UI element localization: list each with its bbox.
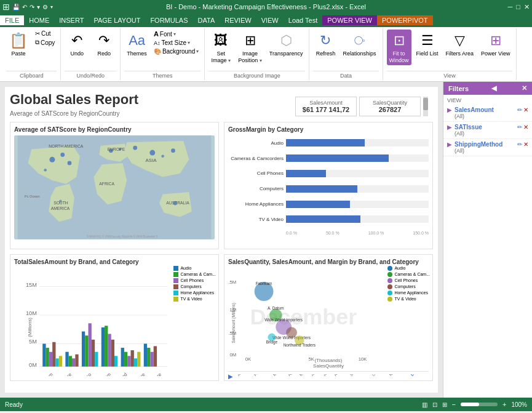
image-position-label: ImagePosition ▾ xyxy=(238,50,262,64)
col-6-2 xyxy=(147,348,150,367)
filter-sales-clear[interactable]: ✕ xyxy=(523,106,528,113)
month-may[interactable]: May xyxy=(299,374,306,377)
col-adv-cell xyxy=(72,358,75,366)
menu-load-test[interactable]: Load Test xyxy=(284,15,323,25)
redo-button[interactable]: ↷ Redo xyxy=(92,30,116,58)
kpi-scrollbar-thumb[interactable] xyxy=(423,98,428,110)
legend-computers-label: Computers xyxy=(180,284,201,289)
filter-sales-amount[interactable]: ▶ SalesAmount ✏ ✕ (All) xyxy=(443,105,532,122)
filters-close-button[interactable]: ✕ xyxy=(522,84,527,92)
close-button[interactable]: ✕ xyxy=(524,3,530,11)
copy-button[interactable]: ⧉ Copy xyxy=(33,38,57,47)
month-jul[interactable]: July xyxy=(322,374,330,377)
filter-sales-collapse[interactable]: ▶ xyxy=(447,106,452,113)
status-ready: Ready xyxy=(5,401,23,408)
filters-collapse-button[interactable]: ◀ xyxy=(491,84,496,92)
bleg-cameras-dot xyxy=(387,272,392,277)
undo-button[interactable]: ↶ Undo xyxy=(65,30,89,58)
excel-icon: ⊞ xyxy=(2,2,10,12)
background-label: Background xyxy=(162,48,195,55)
bleg-home-label: Home Appliances xyxy=(394,291,427,295)
menu-home[interactable]: HOME xyxy=(24,15,54,25)
bar-container-computers xyxy=(286,185,429,193)
text-size-button[interactable]: A↕ Text Size ▾ xyxy=(152,39,200,47)
filter-sales-edit[interactable]: ✏ xyxy=(517,106,522,113)
customize-quick-access[interactable]: ▾ xyxy=(37,4,40,10)
month-apr[interactable]: April xyxy=(287,374,295,377)
bleg-cell-dot xyxy=(387,278,392,283)
label-ww1: Wide World Importers xyxy=(264,318,303,323)
month-nov[interactable]: November xyxy=(389,374,403,377)
month-jan[interactable]: January xyxy=(236,374,248,377)
cut-button[interactable]: ✂ Cut xyxy=(33,30,57,38)
month-mar[interactable]: March xyxy=(272,374,282,377)
menu-insert[interactable]: INSERT xyxy=(54,15,89,25)
themes-button[interactable]: Aa Themes xyxy=(124,30,149,58)
quick-access-undo[interactable]: ↶ xyxy=(22,4,27,10)
month-sep[interactable]: September xyxy=(349,374,365,377)
col-con-home xyxy=(95,351,98,366)
quick-access-redo[interactable]: ↷ xyxy=(30,4,34,10)
menu-formulas[interactable]: FORMULAS xyxy=(145,15,193,25)
minimize-button[interactable]: ─ xyxy=(508,3,513,11)
refresh-button[interactable]: ↻ Refresh xyxy=(313,30,338,58)
transparency-button[interactable]: ⬡ Transparency xyxy=(267,30,306,58)
month-dec[interactable]: December xyxy=(410,374,426,377)
field-list-button[interactable]: ☰ Field List xyxy=(414,30,441,58)
filter-sat-collapse[interactable]: ▶ xyxy=(447,124,452,130)
bar-chart-area: Audio Cameras & Camcorders xyxy=(228,135,429,239)
status-zoom-in[interactable]: + xyxy=(502,401,506,408)
status-view-normal[interactable]: ▥ xyxy=(422,401,427,408)
month-aug[interactable]: August xyxy=(333,374,344,377)
menu-view[interactable]: VIEW xyxy=(256,15,284,25)
paste-label: Paste xyxy=(11,50,25,57)
filter-shipping[interactable]: ▶ ShippingMethod ✏ ✕ (All) xyxy=(443,139,532,156)
bleg-cameras-label: Cameras & Cam... xyxy=(394,272,430,276)
filter-sales-actions: ✏ ✕ xyxy=(517,106,528,113)
maximize-button[interactable]: □ xyxy=(516,3,520,11)
filter-shipping-collapse[interactable]: ▶ xyxy=(447,141,452,148)
menu-power-view[interactable]: POWER VIEW xyxy=(322,15,377,25)
bar-axis-0: 0.0 % xyxy=(286,231,297,235)
filter-sat-clear[interactable]: ✕ xyxy=(523,124,528,130)
filters-area-button[interactable]: ▽ Filters Area xyxy=(443,30,477,58)
menu-data[interactable]: DATA xyxy=(193,15,220,25)
menu-review[interactable]: REVIEW xyxy=(220,15,256,25)
bar-fill-cameras xyxy=(286,154,389,162)
background-chevron: ▾ xyxy=(196,49,199,54)
font-button[interactable]: A Font ▾ xyxy=(152,30,200,38)
filter-shipping-clear[interactable]: ✕ xyxy=(523,141,528,148)
power-view-button[interactable]: ⊞ Power View xyxy=(478,30,512,58)
menu-file[interactable]: FILE xyxy=(0,15,24,25)
macro-dropdown[interactable]: ▾ xyxy=(50,4,53,10)
col-con-computers xyxy=(92,339,95,366)
set-image-button[interactable]: 🖼 SetImage ▾ xyxy=(208,30,233,65)
month-jun[interactable]: June xyxy=(310,374,318,377)
undo-content: ↶ Undo ↷ Redo xyxy=(65,30,116,71)
filter-sat-edit[interactable]: ✏ xyxy=(517,124,522,130)
status-zoom-slider[interactable] xyxy=(461,403,498,406)
copy-icon: ⧉ xyxy=(35,39,39,46)
paste-button[interactable]: 📋 Paste xyxy=(6,30,31,58)
report-header: Global Sales Report Average of SATScore … xyxy=(10,92,433,117)
relationships-button[interactable]: ⧂ Relationships xyxy=(340,30,378,58)
menu-page-layout[interactable]: PAGE LAYOUT xyxy=(89,15,145,25)
col-fab-audio xyxy=(101,327,105,366)
macro-icon[interactable]: ⚙ xyxy=(42,4,48,10)
image-position-button[interactable]: ⊞ ImagePosition ▾ xyxy=(236,30,264,65)
legend-tv-color xyxy=(173,297,178,302)
timeline-play[interactable]: ▶ xyxy=(228,373,233,380)
month-feb[interactable]: February xyxy=(253,374,266,377)
status-view-layout[interactable]: ⊡ xyxy=(432,401,437,408)
filter-sat-issue[interactable]: ▶ SATIssue ✏ ✕ (All) xyxy=(443,122,532,139)
x-5k: 5K xyxy=(308,356,314,362)
menu-powerpivot[interactable]: POWERPIVOT xyxy=(377,15,433,25)
fit-to-window-button[interactable]: ⊡ Fit toWindow xyxy=(387,30,411,65)
month-oct[interactable]: October xyxy=(371,374,383,377)
filter-shipping-edit[interactable]: ✏ xyxy=(517,141,522,148)
quick-access-save[interactable]: 💾 xyxy=(12,4,20,10)
kpi-scrollbar[interactable] xyxy=(423,97,428,116)
status-zoom-out[interactable]: − xyxy=(452,401,456,408)
background-button[interactable]: 🎨 Background ▾ xyxy=(152,47,200,55)
status-view-page[interactable]: ⊞ xyxy=(442,401,447,408)
